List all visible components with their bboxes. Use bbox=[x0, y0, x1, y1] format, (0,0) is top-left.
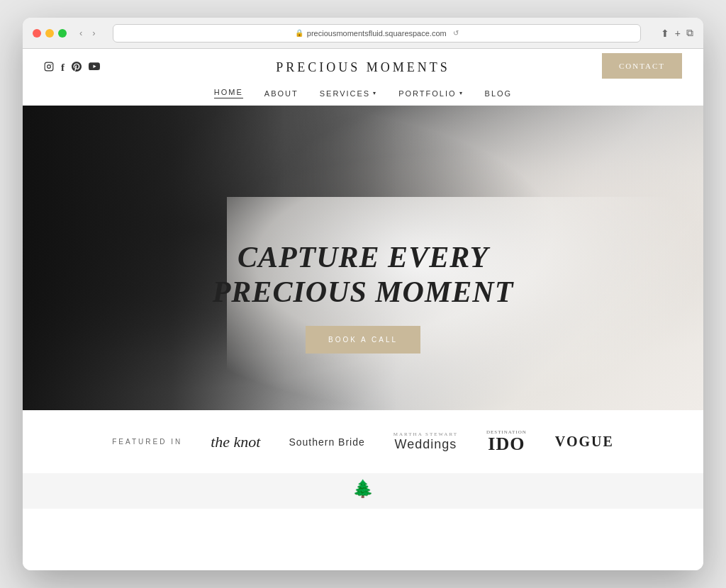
portfolio-dropdown-arrow: ▾ bbox=[459, 90, 464, 96]
website-content: f PRECIOUS MOMENTS CONTACT HOME bbox=[23, 49, 703, 570]
contact-button[interactable]: CONTACT bbox=[602, 53, 682, 79]
facebook-icon[interactable]: f bbox=[61, 62, 65, 74]
site-title: PRECIOUS MOMENTS bbox=[276, 60, 450, 75]
the-knot-logo: the knot bbox=[211, 433, 260, 451]
services-dropdown-arrow: ▾ bbox=[373, 90, 377, 96]
nav-item-home[interactable]: HOME bbox=[214, 88, 243, 98]
instagram-icon[interactable] bbox=[44, 62, 54, 74]
youtube-icon[interactable] bbox=[89, 62, 100, 74]
browser-chrome: ‹ › 🔒 preciousmomentsfluid.squarespace.c… bbox=[23, 18, 703, 49]
minimize-button[interactable] bbox=[45, 29, 54, 38]
browser-right-controls: ⬆ + ⧉ bbox=[661, 27, 693, 39]
nav-item-portfolio[interactable]: PORTFOLIO ▾ bbox=[398, 88, 463, 98]
site-header: f PRECIOUS MOMENTS CONTACT bbox=[23, 49, 703, 82]
social-icons: f bbox=[44, 62, 100, 74]
weddings-logo: MARTHA STEWART Weddings bbox=[393, 431, 458, 452]
duplicate-button[interactable]: ⧉ bbox=[686, 27, 693, 39]
maximize-button[interactable] bbox=[58, 29, 67, 38]
destination-ido-logo: DESTINATION IDO bbox=[486, 430, 527, 453]
share-button[interactable]: ⬆ bbox=[661, 28, 669, 39]
nav-item-services[interactable]: SERVICES ▾ bbox=[320, 88, 377, 98]
hero-section: CAPTURE EVERY PRECIOUS MOMENT BOOK A CAL… bbox=[23, 106, 703, 410]
close-button[interactable] bbox=[33, 29, 41, 38]
southern-bride-logo: Southern Bride bbox=[289, 436, 364, 448]
browser-window: ‹ › 🔒 preciousmomentsfluid.squarespace.c… bbox=[23, 18, 703, 570]
svg-point-2 bbox=[51, 64, 52, 64]
nav-item-about[interactable]: ABOUT bbox=[264, 88, 298, 98]
svg-point-1 bbox=[48, 64, 51, 68]
url-display: preciousmomentsfluid.squarespace.com bbox=[307, 29, 447, 38]
hero-headline: CAPTURE EVERY PRECIOUS MOMENT bbox=[23, 240, 703, 309]
nav-item-blog[interactable]: BLOG bbox=[485, 88, 513, 98]
vogue-logo: VOGUE bbox=[555, 434, 614, 450]
reload-icon[interactable]: ↺ bbox=[453, 29, 459, 37]
forward-button[interactable]: › bbox=[89, 26, 98, 40]
book-call-button[interactable]: BOOK A CALL bbox=[306, 326, 420, 354]
pinterest-icon[interactable] bbox=[72, 62, 82, 74]
svg-rect-0 bbox=[45, 62, 53, 71]
address-bar[interactable]: 🔒 preciousmomentsfluid.squarespace.com ↺ bbox=[113, 24, 641, 43]
new-tab-button[interactable]: + bbox=[675, 28, 681, 39]
traffic-lights bbox=[33, 29, 67, 38]
featured-in-label: FEATURED IN bbox=[112, 438, 182, 446]
browser-controls: ‹ › bbox=[77, 26, 99, 40]
back-button[interactable]: ‹ bbox=[77, 26, 85, 40]
site-navigation: HOME ABOUT SERVICES ▾ PORTFOLIO ▾ BLOG bbox=[23, 82, 703, 106]
site-title-block: PRECIOUS MOMENTS bbox=[276, 60, 450, 75]
bottom-peek-section: 🌲 bbox=[23, 473, 703, 509]
hero-text-block: CAPTURE EVERY PRECIOUS MOMENT BOOK A CAL… bbox=[23, 240, 703, 354]
featured-in-section: FEATURED IN the knot Southern Bride MART… bbox=[23, 410, 703, 473]
tree-icon: 🌲 bbox=[352, 479, 374, 499]
security-lock-icon: 🔒 bbox=[295, 29, 303, 37]
